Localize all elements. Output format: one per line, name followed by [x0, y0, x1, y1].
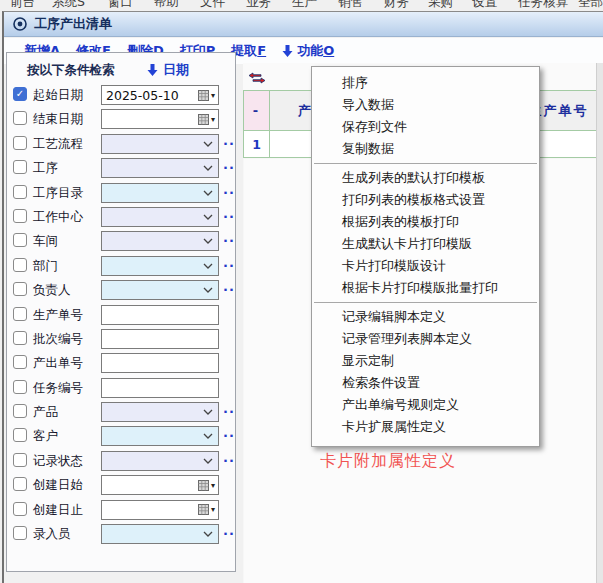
lookup-dots-button[interactable]: ..	[223, 133, 235, 148]
menubar-item[interactable]: 文件	[200, 0, 225, 11]
filter-checkbox[interactable]	[13, 136, 27, 150]
page-title: 工序产出清单	[34, 15, 112, 33]
menu-item[interactable]: 根据列表的模板打印	[312, 211, 539, 233]
text-field[interactable]	[101, 378, 219, 398]
combo-field[interactable]	[101, 231, 219, 251]
filter-checkbox[interactable]	[13, 160, 27, 174]
swap-columns-icon[interactable]	[248, 72, 266, 84]
combo-field[interactable]	[101, 158, 219, 178]
filter-checkbox[interactable]	[13, 111, 27, 125]
filter-checkbox[interactable]	[13, 404, 27, 418]
vertical-scrollbar[interactable]	[596, 63, 603, 583]
menubar-item[interactable]: 全部	[578, 0, 603, 11]
filter-checkbox[interactable]	[13, 380, 27, 394]
menubar-item[interactable]: 任务核算	[518, 0, 568, 11]
toolbar-extract-button[interactable]: 提取F	[231, 42, 266, 60]
menu-item[interactable]: 保存到文件	[312, 116, 539, 138]
date-field[interactable]: ▾	[101, 109, 219, 129]
filter-checkbox[interactable]	[13, 526, 27, 540]
menubar-item[interactable]: 采购	[428, 0, 453, 11]
down-arrow-icon	[282, 45, 293, 57]
combo-field[interactable]	[101, 451, 219, 471]
filter-checkbox[interactable]	[13, 453, 27, 467]
date-button-label: 日期	[163, 61, 189, 79]
filter-checkbox[interactable]	[13, 185, 27, 199]
filter-label: 车间	[33, 229, 58, 253]
menubar-item[interactable]: 设置	[472, 0, 497, 11]
menubar-item[interactable]: 帮助	[154, 0, 179, 11]
menu-item[interactable]: 检索条件设置	[312, 372, 539, 394]
menu-item[interactable]: 排序	[312, 72, 539, 94]
filter-row-14: 客户..	[7, 424, 235, 448]
filter-checkbox[interactable]	[13, 355, 27, 369]
menubar-item[interactable]: 生产	[292, 0, 317, 11]
menu-item[interactable]: 卡片扩展属性定义	[312, 416, 539, 438]
filter-row-17: 创建日止▾	[7, 498, 235, 522]
menu-item[interactable]: 卡片打印模版设计	[312, 255, 539, 277]
menu-item[interactable]: 记录管理列表脚本定义	[312, 328, 539, 350]
lookup-dots-button[interactable]: ..	[223, 279, 235, 294]
filter-checkbox[interactable]	[13, 477, 27, 491]
combo-field[interactable]	[101, 207, 219, 227]
combo-field[interactable]	[101, 524, 219, 544]
text-field[interactable]	[101, 329, 219, 349]
filter-checkbox[interactable]	[13, 331, 27, 345]
menubar-item[interactable]: 销售	[338, 0, 363, 11]
lookup-dots-button[interactable]: ..	[223, 182, 235, 197]
filter-checkbox[interactable]	[13, 282, 27, 296]
menubar-item[interactable]: 财务	[384, 0, 409, 11]
menubar-item[interactable]: 窗口	[108, 0, 133, 11]
menu-item[interactable]: 打印列表的模板格式设置	[312, 189, 539, 211]
dropdown-triangle-icon[interactable]: ▾	[211, 91, 215, 100]
menu-item[interactable]: 根据卡片打印模版批量打印	[312, 277, 539, 299]
filter-checkbox[interactable]	[13, 258, 27, 272]
date-field[interactable]: ▾	[101, 500, 219, 520]
filter-row-1: 结束日期▾	[7, 107, 235, 131]
filter-checkbox[interactable]	[13, 233, 27, 247]
lookup-dots-button[interactable]: ..	[223, 157, 235, 172]
lookup-dots-button[interactable]: ..	[223, 401, 235, 416]
filter-row-9: 生产单号	[7, 303, 235, 327]
toolbar-function-button[interactable]: 功能O	[282, 42, 334, 60]
lookup-dots-button[interactable]: ..	[223, 255, 235, 270]
dropdown-triangle-icon[interactable]: ▾	[211, 115, 215, 124]
date-sort-button[interactable]: 日期	[147, 61, 189, 79]
date-field[interactable]: ▾	[101, 475, 219, 495]
menu-item[interactable]: 生成默认卡片打印模版	[312, 233, 539, 255]
menubar-item[interactable]: 业务	[246, 0, 271, 11]
combo-field[interactable]	[101, 402, 219, 422]
dropdown-triangle-icon[interactable]: ▾	[211, 505, 215, 514]
dropdown-triangle-icon[interactable]: ▾	[211, 481, 215, 490]
menu-item[interactable]: 产出单编号规则定义	[312, 394, 539, 416]
lookup-dots-button[interactable]: ..	[223, 523, 235, 538]
filter-checkbox[interactable]	[13, 428, 27, 442]
menu-item[interactable]: 生成列表的默认打印模板	[312, 167, 539, 189]
filter-row-2: 工艺流程..	[7, 132, 235, 156]
filter-row-4: 工序目录..	[7, 181, 235, 205]
menu-item[interactable]: 复制数据	[312, 138, 539, 160]
menu-item[interactable]: 导入数据	[312, 94, 539, 116]
combo-field[interactable]	[101, 256, 219, 276]
lookup-dots-button[interactable]: ..	[223, 230, 235, 245]
filter-checkbox[interactable]	[13, 307, 27, 321]
filter-checkbox[interactable]: ✓	[13, 87, 27, 101]
text-field[interactable]	[101, 353, 219, 373]
menu-item[interactable]: 显示定制	[312, 350, 539, 372]
date-field[interactable]: 2025-05-10▾	[101, 85, 219, 105]
menubar-item[interactable]: 系统S	[52, 0, 85, 11]
combo-field[interactable]	[101, 280, 219, 300]
grid-header-selector[interactable]: -	[243, 90, 269, 130]
filter-checkbox[interactable]	[13, 209, 27, 223]
menu-item[interactable]: 记录编辑脚本定义	[312, 306, 539, 328]
lookup-dots-button[interactable]: ..	[223, 425, 235, 440]
filter-row-6: 车间..	[7, 229, 235, 253]
filter-checkbox[interactable]	[13, 502, 27, 516]
combo-field[interactable]	[101, 183, 219, 203]
text-field[interactable]	[101, 305, 219, 325]
combo-field[interactable]	[101, 134, 219, 154]
combo-field[interactable]	[101, 426, 219, 446]
lookup-dots-button[interactable]: ..	[223, 450, 235, 465]
row-number-cell[interactable]: 1	[243, 130, 269, 158]
lookup-dots-button[interactable]: ..	[223, 206, 235, 221]
menubar-item[interactable]: 前台	[10, 0, 35, 11]
